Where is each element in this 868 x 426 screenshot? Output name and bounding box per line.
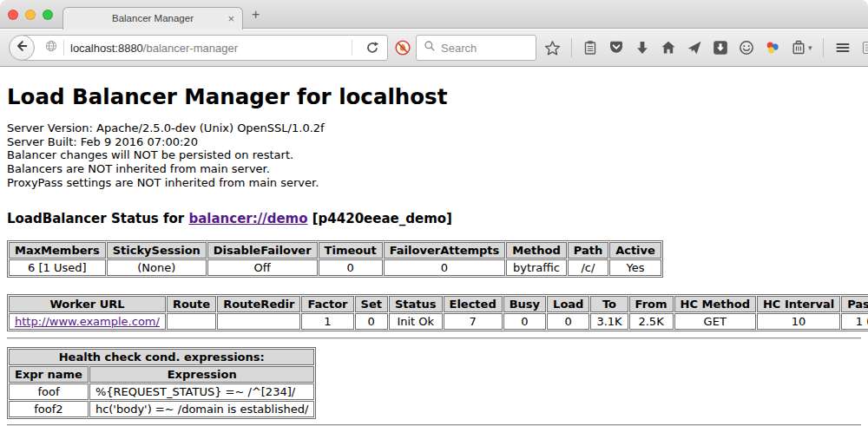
new-tab-button[interactable]: + <box>252 8 260 22</box>
worker-url-cell: http://www.example.com/ <box>9 313 166 330</box>
cell: Off <box>207 259 318 276</box>
search-icon <box>424 40 436 56</box>
bookmark-star-icon[interactable] <box>544 40 561 56</box>
color-palette-icon[interactable] <box>765 40 780 56</box>
col-header: Busy <box>503 296 546 312</box>
col-header: From <box>629 296 674 312</box>
cell: 1 <box>301 313 353 330</box>
col-header: MaxMembers <box>9 242 106 259</box>
col-header: HC Interval <box>757 296 840 312</box>
server-built: Server Built: Feb 9 2016 07:00:20 <box>7 135 861 149</box>
cell: %{REQUEST_STATUS} =~ /^[234]/ <box>89 383 315 400</box>
browser-window: Balancer Manager × + localhost:8880/bala… <box>0 0 868 426</box>
balancer-heading: LoadBalancer Status for balancer://demo … <box>7 211 861 226</box>
url-text: localhost:8880/balancer-manager <box>70 42 238 55</box>
reload-button[interactable] <box>365 41 379 55</box>
cell: Yes <box>609 259 661 276</box>
cell: GET <box>674 313 756 330</box>
container-icon[interactable]: ▾ <box>791 40 812 56</box>
col-header: DisableFailover <box>207 242 318 259</box>
health-check-table: Health check cond. expressions: Expr nam… <box>7 347 316 419</box>
divider <box>7 424 861 426</box>
cell: /c/ <box>568 259 608 276</box>
window-titlebar: Balancer Manager × + <box>0 0 868 29</box>
col-header: Load <box>547 296 589 312</box>
table-row: foof2 hc('body') =~ /domain is establish… <box>9 401 314 417</box>
bookmarks-clipboard-icon[interactable] <box>582 40 598 56</box>
worker-table: Worker URL Route RouteRedir Factor Set S… <box>7 294 868 331</box>
cell: 6 [1 Used] <box>9 259 106 276</box>
url-path: /balancer-manager <box>143 42 238 55</box>
notice-persist: Balancer changes will NOT be persisted o… <box>7 148 861 162</box>
table-row: 6 [1 Used] (None) Off 0 0 bytraffic /c/ … <box>9 259 661 276</box>
cell: (None) <box>107 259 207 276</box>
cell: 3.1K <box>590 313 628 330</box>
col-header: StickySession <box>107 242 207 259</box>
globe-icon <box>45 40 57 56</box>
health-table-title: Health check cond. expressions: <box>9 349 314 365</box>
col-header: Expr name <box>9 366 89 383</box>
menu-hamburger-icon[interactable] <box>834 40 852 56</box>
notice-proxypass: ProxyPass settings are NOT inherited fro… <box>7 176 861 190</box>
url-host: localhost:8880 <box>70 42 143 55</box>
cell <box>167 313 216 330</box>
tab-groups-icon[interactable] <box>862 40 868 56</box>
url-divider <box>63 40 64 56</box>
balancer-heading-suffix: [p4420eeae_demo] <box>308 211 452 226</box>
col-header: FailoverAttempts <box>384 242 506 259</box>
chevron-down-icon[interactable]: ▾ <box>808 43 812 52</box>
cell: 0 <box>547 313 589 330</box>
back-arrow-icon <box>15 39 29 56</box>
home-icon[interactable] <box>661 40 676 56</box>
cell: 2.5K <box>629 313 674 330</box>
zoom-window-button[interactable] <box>43 10 53 20</box>
worker-url-link[interactable]: http://www.example.com/ <box>15 315 160 328</box>
balancer-heading-prefix: LoadBalancer Status for <box>7 211 188 226</box>
table-header-row: Expr name Expression <box>9 366 314 383</box>
col-header: Path <box>568 242 608 259</box>
col-header: Expression <box>89 366 315 383</box>
pocket-icon[interactable] <box>608 40 624 56</box>
search-input[interactable] <box>441 42 530 55</box>
download-panel-icon[interactable] <box>713 40 728 56</box>
divider <box>7 338 861 339</box>
balancer-table: MaxMembers StickySession DisableFailover… <box>7 240 663 278</box>
toolbar-divider <box>571 38 572 57</box>
minimize-window-button[interactable] <box>25 10 36 20</box>
toolbar-divider <box>823 38 824 57</box>
col-header: Status <box>389 296 443 312</box>
col-header: Timeout <box>319 242 383 259</box>
flashblock-icon[interactable] <box>395 40 411 59</box>
send-plane-icon[interactable] <box>687 40 702 56</box>
table-header-row: Worker URL Route RouteRedir Factor Set S… <box>9 296 868 312</box>
cell: 7 <box>444 313 503 330</box>
cell: foof <box>9 383 89 400</box>
server-version: Server Version: Apache/2.5.0-dev (Unix) … <box>7 121 861 135</box>
download-arrow-icon[interactable] <box>635 40 650 56</box>
col-header: Active <box>609 242 661 259</box>
cell: 0 <box>503 313 546 330</box>
browser-tab[interactable]: Balancer Manager × <box>62 7 243 29</box>
col-header: To <box>590 296 628 312</box>
tab-close-icon[interactable]: × <box>227 12 234 25</box>
reload-divider <box>352 40 352 56</box>
cell: 1 (0) <box>841 313 868 330</box>
page-title: Load Balancer Manager for localhost <box>7 84 861 109</box>
page-content: Load Balancer Manager for localhost Serv… <box>0 68 868 426</box>
cell: foof2 <box>9 401 89 417</box>
cell: Init Ok <box>389 313 443 330</box>
col-header: Factor <box>301 296 353 312</box>
search-bar[interactable] <box>416 35 536 61</box>
feedback-smiley-icon[interactable] <box>739 40 754 56</box>
url-bar[interactable]: localhost:8880/balancer-manager <box>23 35 388 61</box>
col-header: Passes <box>841 296 868 312</box>
cell: bytraffic <box>506 259 566 276</box>
back-button[interactable] <box>9 35 35 61</box>
balancer-demo-link[interactable]: balancer://demo <box>188 211 307 226</box>
table-row: foof %{REQUEST_STATUS} =~ /^[234]/ <box>9 383 314 400</box>
navigation-toolbar: localhost:8880/balancer-manager <box>0 29 868 67</box>
close-window-button[interactable] <box>8 10 18 20</box>
col-header: Method <box>506 242 566 259</box>
col-header: HC Method <box>674 296 756 312</box>
tab-title: Balancer Manager <box>63 13 242 23</box>
